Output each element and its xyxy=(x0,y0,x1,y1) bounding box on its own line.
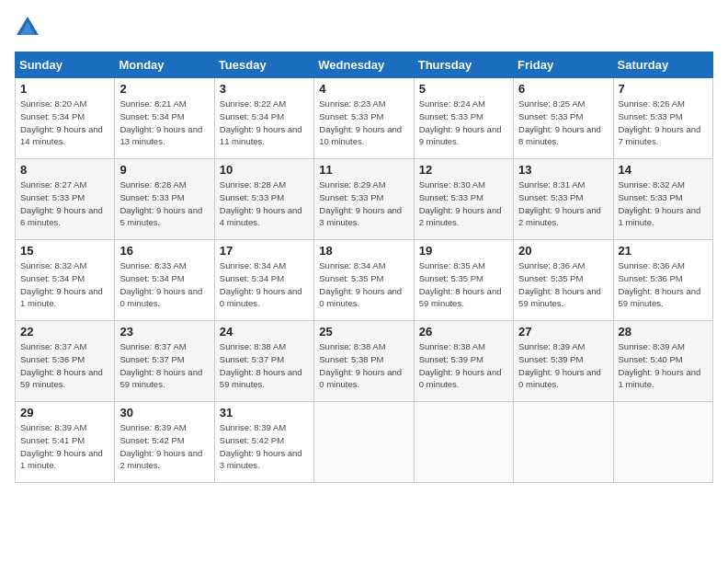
day-number: 7 xyxy=(619,82,708,96)
logo xyxy=(15,15,44,40)
week-row-5: 29Sunrise: 8:39 AMSunset: 5:41 PMDayligh… xyxy=(16,402,713,483)
calendar-cell: 28Sunrise: 8:39 AMSunset: 5:40 PMDayligh… xyxy=(613,321,712,402)
calendar-cell xyxy=(314,402,414,483)
day-number: 26 xyxy=(419,325,508,339)
day-number: 5 xyxy=(419,82,508,96)
day-number: 21 xyxy=(619,244,708,258)
calendar-cell: 19Sunrise: 8:35 AMSunset: 5:35 PMDayligh… xyxy=(414,240,513,321)
day-number: 14 xyxy=(619,163,708,177)
day-number: 31 xyxy=(220,406,309,419)
day-info: Sunrise: 8:37 AMSunset: 5:37 PMDaylight:… xyxy=(119,340,209,391)
calendar-cell: 9Sunrise: 8:28 AMSunset: 5:33 PMDaylight… xyxy=(115,159,214,240)
day-number: 13 xyxy=(518,163,608,177)
day-number: 4 xyxy=(319,82,408,96)
day-header-wednesday: Wednesday xyxy=(314,52,414,78)
day-info: Sunrise: 8:36 AMSunset: 5:35 PMDaylight:… xyxy=(518,259,608,310)
calendar-cell: 8Sunrise: 8:27 AMSunset: 5:33 PMDaylight… xyxy=(16,159,115,240)
calendar-cell: 23Sunrise: 8:37 AMSunset: 5:37 PMDayligh… xyxy=(115,321,214,402)
calendar-cell: 22Sunrise: 8:37 AMSunset: 5:36 PMDayligh… xyxy=(16,321,115,402)
day-info: Sunrise: 8:27 AMSunset: 5:33 PMDaylight:… xyxy=(20,178,109,229)
logo-icon xyxy=(15,15,40,40)
calendar-cell xyxy=(613,402,712,483)
calendar-cell: 20Sunrise: 8:36 AMSunset: 5:35 PMDayligh… xyxy=(514,240,613,321)
day-number: 25 xyxy=(319,325,408,339)
calendar-cell: 2Sunrise: 8:21 AMSunset: 5:34 PMDaylight… xyxy=(115,78,214,159)
day-info: Sunrise: 8:21 AMSunset: 5:34 PMDaylight:… xyxy=(119,98,209,148)
day-info: Sunrise: 8:25 AMSunset: 5:33 PMDaylight:… xyxy=(518,98,608,148)
calendar-cell: 5Sunrise: 8:24 AMSunset: 5:33 PMDaylight… xyxy=(414,78,513,159)
calendar-cell: 18Sunrise: 8:34 AMSunset: 5:35 PMDayligh… xyxy=(314,240,414,321)
day-number: 17 xyxy=(220,244,309,258)
day-info: Sunrise: 8:23 AMSunset: 5:33 PMDaylight:… xyxy=(319,98,408,148)
day-number: 23 xyxy=(119,325,209,339)
day-info: Sunrise: 8:28 AMSunset: 5:33 PMDaylight:… xyxy=(220,178,309,229)
day-header-sunday: Sunday xyxy=(16,52,115,78)
day-number: 19 xyxy=(419,244,508,258)
calendar-cell: 27Sunrise: 8:39 AMSunset: 5:39 PMDayligh… xyxy=(514,321,613,402)
day-info: Sunrise: 8:28 AMSunset: 5:33 PMDaylight:… xyxy=(119,178,209,229)
calendar-cell: 1Sunrise: 8:20 AMSunset: 5:34 PMDaylight… xyxy=(16,78,115,159)
day-number: 12 xyxy=(419,163,508,177)
day-info: Sunrise: 8:24 AMSunset: 5:33 PMDaylight:… xyxy=(419,98,508,148)
day-header-thursday: Thursday xyxy=(414,52,513,78)
calendar-cell: 31Sunrise: 8:39 AMSunset: 5:42 PMDayligh… xyxy=(214,402,313,483)
day-info: Sunrise: 8:39 AMSunset: 5:42 PMDaylight:… xyxy=(119,421,209,472)
day-info: Sunrise: 8:37 AMSunset: 5:36 PMDaylight:… xyxy=(20,340,109,391)
day-info: Sunrise: 8:31 AMSunset: 5:33 PMDaylight:… xyxy=(518,178,608,229)
calendar-cell: 11Sunrise: 8:29 AMSunset: 5:33 PMDayligh… xyxy=(314,159,414,240)
calendar-cell xyxy=(514,402,613,483)
day-number: 9 xyxy=(119,163,209,177)
calendar-cell: 3Sunrise: 8:22 AMSunset: 5:34 PMDaylight… xyxy=(214,78,313,159)
calendar-table: SundayMondayTuesdayWednesdayThursdayFrid… xyxy=(15,52,713,483)
calendar-cell: 7Sunrise: 8:26 AMSunset: 5:33 PMDaylight… xyxy=(613,78,712,159)
calendar-cell: 24Sunrise: 8:38 AMSunset: 5:37 PMDayligh… xyxy=(214,321,313,402)
day-info: Sunrise: 8:38 AMSunset: 5:37 PMDaylight:… xyxy=(220,340,309,391)
calendar-cell: 26Sunrise: 8:38 AMSunset: 5:39 PMDayligh… xyxy=(414,321,513,402)
day-header-friday: Friday xyxy=(514,52,613,78)
calendar-cell: 25Sunrise: 8:38 AMSunset: 5:38 PMDayligh… xyxy=(314,321,414,402)
day-info: Sunrise: 8:20 AMSunset: 5:34 PMDaylight:… xyxy=(20,98,109,148)
days-header-row: SundayMondayTuesdayWednesdayThursdayFrid… xyxy=(16,52,713,78)
week-row-2: 8Sunrise: 8:27 AMSunset: 5:33 PMDaylight… xyxy=(16,159,713,240)
day-header-tuesday: Tuesday xyxy=(214,52,313,78)
day-number: 15 xyxy=(20,244,109,258)
header xyxy=(15,15,713,40)
day-number: 6 xyxy=(518,82,608,96)
week-row-1: 1Sunrise: 8:20 AMSunset: 5:34 PMDaylight… xyxy=(16,78,713,159)
day-number: 2 xyxy=(119,82,209,96)
calendar-cell: 21Sunrise: 8:36 AMSunset: 5:36 PMDayligh… xyxy=(613,240,712,321)
calendar-cell: 10Sunrise: 8:28 AMSunset: 5:33 PMDayligh… xyxy=(214,159,313,240)
day-number: 30 xyxy=(119,406,209,419)
day-info: Sunrise: 8:29 AMSunset: 5:33 PMDaylight:… xyxy=(319,178,408,229)
calendar-cell: 6Sunrise: 8:25 AMSunset: 5:33 PMDaylight… xyxy=(514,78,613,159)
calendar-cell: 14Sunrise: 8:32 AMSunset: 5:33 PMDayligh… xyxy=(613,159,712,240)
day-number: 29 xyxy=(20,406,109,419)
calendar-cell: 4Sunrise: 8:23 AMSunset: 5:33 PMDaylight… xyxy=(314,78,414,159)
day-number: 22 xyxy=(20,325,109,339)
day-info: Sunrise: 8:38 AMSunset: 5:38 PMDaylight:… xyxy=(319,340,408,391)
day-info: Sunrise: 8:39 AMSunset: 5:39 PMDaylight:… xyxy=(518,340,608,391)
day-header-monday: Monday xyxy=(115,52,214,78)
calendar-cell: 12Sunrise: 8:30 AMSunset: 5:33 PMDayligh… xyxy=(414,159,513,240)
calendar-cell: 15Sunrise: 8:32 AMSunset: 5:34 PMDayligh… xyxy=(16,240,115,321)
day-number: 16 xyxy=(119,244,209,258)
day-number: 1 xyxy=(20,82,109,96)
day-number: 28 xyxy=(619,325,708,339)
day-info: Sunrise: 8:38 AMSunset: 5:39 PMDaylight:… xyxy=(419,340,508,391)
day-info: Sunrise: 8:35 AMSunset: 5:35 PMDaylight:… xyxy=(419,259,508,310)
day-number: 18 xyxy=(319,244,408,258)
day-info: Sunrise: 8:32 AMSunset: 5:34 PMDaylight:… xyxy=(20,259,109,310)
week-row-3: 15Sunrise: 8:32 AMSunset: 5:34 PMDayligh… xyxy=(16,240,713,321)
day-info: Sunrise: 8:30 AMSunset: 5:33 PMDaylight:… xyxy=(419,178,508,229)
day-number: 10 xyxy=(220,163,309,177)
day-info: Sunrise: 8:39 AMSunset: 5:42 PMDaylight:… xyxy=(220,421,309,472)
calendar-cell: 17Sunrise: 8:34 AMSunset: 5:34 PMDayligh… xyxy=(214,240,313,321)
day-info: Sunrise: 8:22 AMSunset: 5:34 PMDaylight:… xyxy=(220,98,309,148)
day-info: Sunrise: 8:26 AMSunset: 5:33 PMDaylight:… xyxy=(619,98,708,148)
day-header-saturday: Saturday xyxy=(613,52,712,78)
day-info: Sunrise: 8:39 AMSunset: 5:41 PMDaylight:… xyxy=(20,421,109,472)
day-number: 24 xyxy=(220,325,309,339)
day-info: Sunrise: 8:33 AMSunset: 5:34 PMDaylight:… xyxy=(119,259,209,310)
day-info: Sunrise: 8:34 AMSunset: 5:34 PMDaylight:… xyxy=(220,259,309,310)
calendar-cell: 29Sunrise: 8:39 AMSunset: 5:41 PMDayligh… xyxy=(16,402,115,483)
